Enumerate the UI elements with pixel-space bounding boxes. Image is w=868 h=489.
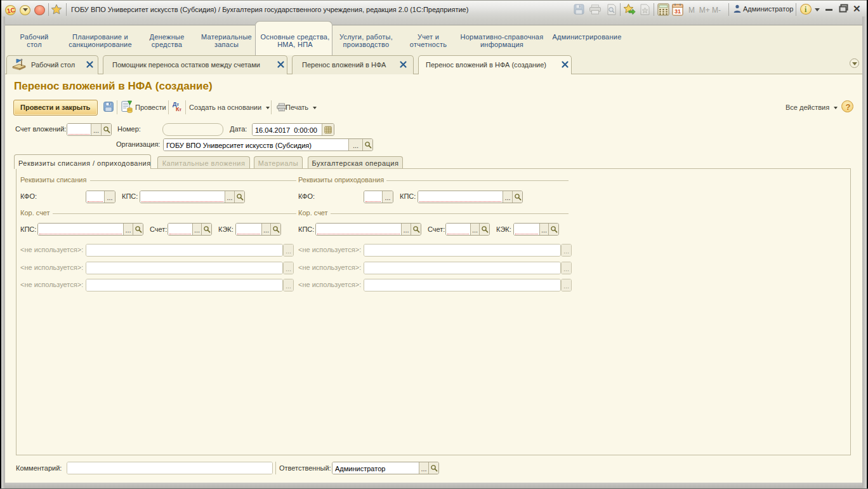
svg-text:31: 31 [674,8,681,15]
